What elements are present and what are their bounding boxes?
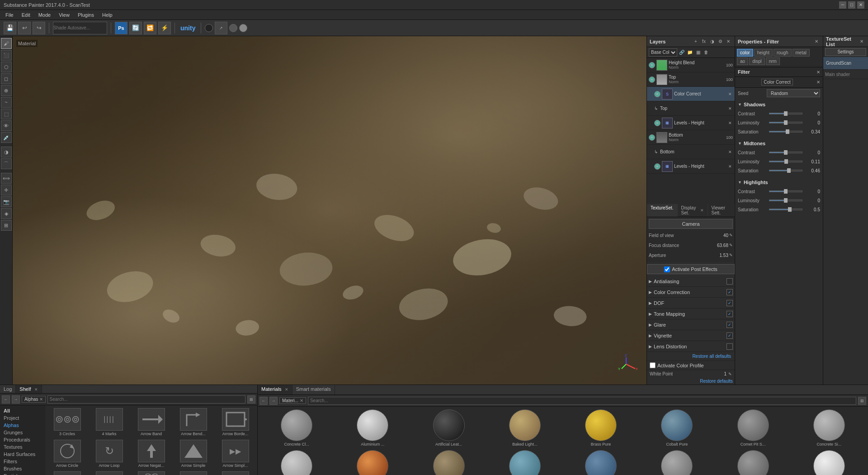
shelf-cat-procedurals[interactable]: Procedurals <box>0 436 45 443</box>
export-button[interactable]: ↗ <box>215 22 227 34</box>
textureset-close-button[interactable]: ✕ <box>858 38 865 45</box>
shadows-luminosity-thumb[interactable] <box>784 120 788 125</box>
mat-item-cobalt-pure[interactable]: Cobalt Pure <box>640 408 714 447</box>
layer-close-btn[interactable]: ✕ <box>727 91 733 97</box>
midtones-luminosity-thumb[interactable] <box>784 159 788 164</box>
mat-item-artificial-leat[interactable]: Artificial Leat... <box>412 408 486 447</box>
mat-item-fabric-deni[interactable]: Fabric Deni... <box>564 449 638 475</box>
effect-row-glare[interactable]: ▶ Glare <box>647 319 735 330</box>
shelf-item-arrow-simple-2[interactable]: ▶▶ Arrow Simpl... <box>215 439 255 469</box>
mat-item-fabric-soft[interactable]: Fabric Soft ... <box>792 449 866 475</box>
ts-entry-groundscan[interactable]: GroundScan <box>823 57 868 70</box>
effect-checkbox[interactable] <box>726 343 733 350</box>
symmetry-tool[interactable]: ⟺ <box>1 173 12 184</box>
shadows-contrast-thumb[interactable] <box>784 111 788 116</box>
filter-tab-rough[interactable]: rough <box>774 49 792 57</box>
shadows-luminosity-track[interactable] <box>769 122 802 124</box>
select-tool[interactable]: ⬚ <box>1 109 12 119</box>
shelf-item-arrow-simple-3[interactable]: Arrow Simpl... <box>47 470 87 475</box>
menu-mode[interactable]: Mode <box>35 11 55 19</box>
layer-item-top-sub[interactable]: ↳ Top ✕ <box>647 101 735 116</box>
midtones-saturation-track[interactable] <box>769 170 802 171</box>
transform-tool[interactable]: ✛ <box>1 185 12 195</box>
shelf-cat-project[interactable]: Project <box>0 414 45 422</box>
highlights-saturation-thumb[interactable] <box>788 207 792 212</box>
shelf-cat-brushes[interactable]: Brushes <box>0 465 45 472</box>
mat-item-fabric-bam[interactable]: Fabric Bam... <box>412 449 486 475</box>
shelf-item-4marks[interactable]: |||| 4 Marks <box>89 407 129 437</box>
effect-arrow[interactable]: ▶ <box>649 344 652 349</box>
layer-item-bottom-sub[interactable]: ↳ Bottom ✕ <box>647 145 735 159</box>
effect-row-color-correction[interactable]: ▶ Color Correction <box>647 287 735 298</box>
effect-row-dof[interactable]: ▶ DOF <box>647 298 735 309</box>
display-mode-light[interactable] <box>239 24 247 32</box>
mat-item-brass-pure[interactable]: Brass Pure <box>564 408 638 447</box>
shelf-item-3circles[interactable]: ⊚⊚⊚ 3 Circles <box>47 407 87 437</box>
effect-arrow[interactable]: ▶ <box>649 323 652 327</box>
highlights-saturation-track[interactable] <box>769 209 802 210</box>
shelf-item-barcode[interactable]: Barcode <box>173 470 213 475</box>
base-col-select[interactable]: Base Col <box>649 48 677 57</box>
highlights-luminosity-track[interactable] <box>769 200 802 201</box>
highlights-luminosity-thumb[interactable] <box>784 198 788 203</box>
layer-visibility[interactable]: ● <box>649 62 655 68</box>
highlights-contrast-track[interactable] <box>769 190 802 192</box>
fill-tool[interactable]: ⬛ <box>1 50 12 61</box>
layer-item-bottom[interactable]: ● Bottom Norm 100 <box>647 130 735 145</box>
filter-tab-color[interactable]: color <box>737 49 753 57</box>
midtones-saturation-thumb[interactable] <box>787 168 791 173</box>
layers-trash-button[interactable]: 🗑 <box>703 49 710 56</box>
layers-fx-button[interactable]: fx <box>700 38 708 45</box>
display-mode-dark[interactable] <box>205 24 213 32</box>
layer-close-btn[interactable]: ✕ <box>727 164 733 169</box>
layer-visibility[interactable]: ● <box>654 163 660 170</box>
menu-help[interactable]: Help <box>99 11 116 19</box>
filter-tab-metal[interactable]: metal <box>793 49 810 57</box>
aperture-edit-icon[interactable]: ✎ <box>729 253 733 257</box>
shelf-tab-close[interactable]: ✕ <box>34 387 38 392</box>
effect-checkbox[interactable] <box>726 322 733 328</box>
camera-button[interactable]: Camera <box>649 219 733 229</box>
restore-all-defaults-btn[interactable]: Restore all defaults <box>649 354 733 359</box>
curve-tool[interactable]: ⌒ <box>1 158 12 169</box>
focus-edit-icon[interactable]: ✎ <box>729 243 733 247</box>
polygon-fill-tool[interactable]: ⬡ <box>1 62 12 72</box>
layer-visibility[interactable]: ● <box>649 76 655 83</box>
filter-name-close[interactable]: ✕ <box>816 80 820 85</box>
close-button[interactable]: ✕ <box>857 1 864 9</box>
midtones-luminosity-track[interactable] <box>769 161 802 162</box>
shelf-item-arrow-circle[interactable]: Arrow Circle <box>47 439 87 469</box>
menu-file[interactable]: File <box>2 11 17 19</box>
effect-arrow[interactable]: ▶ <box>649 290 652 294</box>
filter-tab-height[interactable]: height <box>754 49 773 57</box>
effect-row-lens-distortion[interactable]: ▶ Lens Distortion <box>647 341 735 352</box>
picker-tool[interactable]: 💉 <box>1 132 12 143</box>
shelf-cat-all[interactable]: All <box>0 407 45 414</box>
shelf-cat-close[interactable]: ✕ <box>39 397 43 402</box>
materials-folder-close[interactable]: ✕ <box>300 398 303 403</box>
camera-tool[interactable]: 📷 <box>1 196 12 207</box>
materials-search-input[interactable] <box>308 397 856 405</box>
redo-button[interactable]: ↪ <box>33 22 45 34</box>
uv-tool[interactable]: ⊞ <box>1 220 12 231</box>
filter-section-close[interactable]: ✕ <box>816 70 820 75</box>
effect-arrow[interactable]: ▶ <box>649 333 652 338</box>
materials-tab[interactable]: Materials ✕ <box>258 385 292 394</box>
ps-icon-button[interactable]: Ps <box>115 22 127 34</box>
maximize-button[interactable]: □ <box>848 1 855 9</box>
effect-arrow[interactable]: ▶ <box>649 279 652 284</box>
fov-edit-icon[interactable]: ✎ <box>729 233 733 238</box>
erase-tool[interactable]: ◻ <box>1 73 12 84</box>
mat-item-fabric-roug2[interactable]: Fabric Roug... <box>716 449 790 475</box>
display-set-tab[interactable]: Display Set. ✕ <box>678 204 708 217</box>
highlights-header[interactable]: ▼ Highlights <box>738 177 820 187</box>
textureset-tab[interactable]: TextureSet. <box>647 204 678 217</box>
shadows-saturation-thumb[interactable] <box>786 129 789 134</box>
shelf-item-atom-simple[interactable]: Atom Simple <box>131 470 171 475</box>
mat-item-copper-pure[interactable]: Copper Pure <box>335 449 410 475</box>
midtones-header[interactable]: ▼ Midtones <box>738 138 820 148</box>
activate-post-effects-checkbox[interactable] <box>664 266 670 272</box>
properties-close-button[interactable]: ✕ <box>813 38 820 45</box>
ts-settings-button[interactable]: Settings <box>825 48 866 56</box>
menu-plugins[interactable]: Plugins <box>74 11 98 19</box>
